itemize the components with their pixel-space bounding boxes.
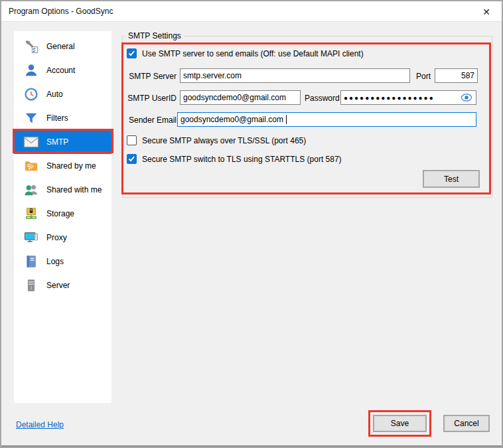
sidebar-item-server[interactable]: Server [14, 273, 111, 297]
sidebar-item-label: Filters [46, 113, 68, 123]
close-icon[interactable]: ✕ [476, 3, 496, 20]
sidebar-item-smtp[interactable]: SMTP [14, 130, 111, 154]
sender-email-label: Sender Email [119, 115, 177, 125]
sidebar-item-general[interactable]: General [14, 35, 111, 58]
smtp-server-label: SMTP Server [119, 72, 177, 81]
people-icon [23, 182, 39, 198]
sidebar-item-label: General [46, 42, 75, 51]
envelope-icon [23, 134, 39, 150]
log-book-icon [23, 254, 39, 269]
smtp-userid-label: SMTP UserID [119, 94, 177, 103]
secure-starttls-checkbox[interactable] [127, 154, 137, 164]
port-label: Port [416, 72, 431, 81]
options-sidebar: General Account Auto [14, 31, 111, 403]
window-title: Program Options - GoodSync [1, 7, 113, 16]
sidebar-item-label: Shared by me [46, 161, 96, 171]
sidebar-item-storage[interactable]: Storage [14, 202, 111, 226]
sidebar-item-label: Account [46, 66, 75, 75]
groupbox-title: SMTP Settings [125, 31, 184, 40]
sidebar-item-filters[interactable]: Filters [14, 106, 111, 130]
use-smtp-row: Use SMTP server to send emails (Off: use… [127, 48, 364, 58]
secure-starttls-row: Secure SMTP switch to TLS using STARTTLS… [127, 154, 342, 164]
sidebar-item-proxy[interactable]: Proxy [14, 226, 111, 250]
use-smtp-checkbox[interactable] [127, 48, 137, 58]
monitor-icon [23, 230, 39, 246]
sidebar-item-label: Proxy [46, 233, 67, 242]
sidebar-item-account[interactable]: Account [14, 58, 111, 82]
secure-ssl-label: Secure SMTP always over TLS/SSL (port 46… [142, 136, 306, 145]
sender-email-input[interactable] [177, 112, 476, 127]
wrench-icon [23, 38, 39, 54]
secure-ssl-checkbox[interactable] [127, 135, 137, 145]
sidebar-item-label: Shared with me [46, 185, 102, 194]
password-input[interactable] [340, 90, 476, 105]
program-options-dialog: Program Options - GoodSync ✕ General [0, 0, 503, 448]
shared-folder-icon [23, 158, 39, 174]
cancel-button[interactable]: Cancel [443, 415, 490, 432]
text-cursor [286, 115, 287, 124]
sidebar-item-shared-with-me[interactable]: Shared with me [14, 178, 111, 202]
sidebar-item-label: Auto [46, 90, 63, 99]
port-input[interactable] [435, 68, 478, 83]
sidebar-item-label: SMTP [46, 137, 68, 147]
clock-icon [23, 86, 39, 102]
sidebar-item-logs[interactable]: Logs [14, 250, 111, 273]
person-icon [23, 62, 39, 78]
password-label: Password [305, 94, 340, 103]
secure-ssl-row: Secure SMTP always over TLS/SSL (port 46… [127, 135, 306, 145]
server-tower-icon [23, 277, 39, 293]
title-bar: Program Options - GoodSync ✕ [1, 1, 502, 22]
sidebar-item-shared-by-me[interactable]: Shared by me [14, 154, 111, 178]
sidebar-item-label: Logs [46, 257, 64, 266]
show-password-eye-icon[interactable] [460, 92, 473, 103]
save-button[interactable]: Save [373, 415, 427, 432]
sidebar-item-label: Storage [46, 209, 74, 218]
sidebar-item-label: Server [46, 281, 70, 290]
smtp-server-input[interactable] [180, 68, 410, 83]
detailed-help-link[interactable]: Detailed Help [16, 420, 64, 429]
storage-icon [23, 206, 39, 222]
use-smtp-label: Use SMTP server to send emails (Off: use… [142, 49, 364, 58]
sidebar-item-auto[interactable]: Auto [14, 82, 111, 106]
test-button[interactable]: Test [423, 170, 480, 188]
smtp-userid-input[interactable] [180, 90, 301, 105]
funnel-icon [23, 110, 39, 126]
secure-starttls-label: Secure SMTP switch to TLS using STARTTLS… [142, 155, 342, 164]
